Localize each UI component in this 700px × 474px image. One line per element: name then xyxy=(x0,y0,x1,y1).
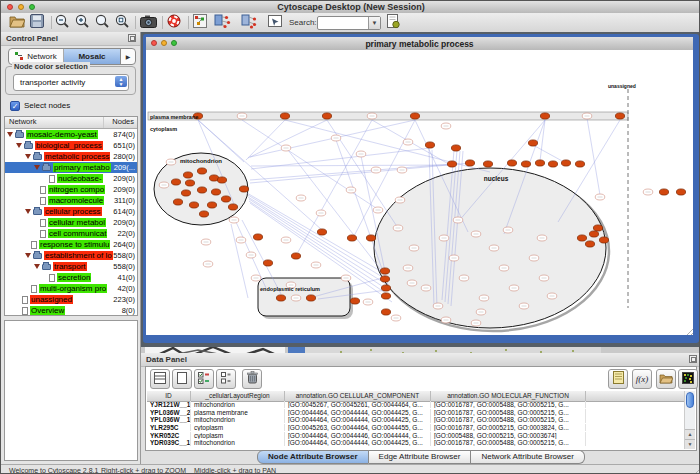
attribute-editor-button[interactable] xyxy=(608,369,628,389)
table-row[interactable]: YKR052Ccytoplasm[GO:0044464, GO:0044446,… xyxy=(147,431,684,439)
network-node-highlighted[interactable] xyxy=(465,160,474,166)
import-attributes-button[interactable] xyxy=(656,369,676,389)
node-color-dropdown[interactable]: transporter activity ▲▼ xyxy=(13,74,129,91)
network-node-highlighted[interactable] xyxy=(561,160,570,166)
plugin-manager-button[interactable] xyxy=(387,15,400,31)
zoom-fit-button[interactable] xyxy=(115,15,130,31)
network-node-highlighted[interactable] xyxy=(306,295,315,301)
help-button[interactable] xyxy=(167,15,181,31)
network-node-highlighted[interactable] xyxy=(366,235,375,241)
search-input[interactable] xyxy=(319,17,367,27)
network-node-highlighted[interactable] xyxy=(483,161,492,167)
network-node-highlighted[interactable] xyxy=(425,142,434,148)
network-tree-item[interactable]: secretion41(0) xyxy=(5,272,137,283)
network-node-highlighted[interactable] xyxy=(263,260,272,266)
network-tree-item[interactable]: nitrogen compo209(0) xyxy=(5,184,137,195)
network-node-highlighted[interactable] xyxy=(185,180,194,186)
network-node-highlighted[interactable] xyxy=(211,189,220,195)
network-node-highlighted[interactable] xyxy=(593,225,602,231)
tab-edge-attribute-browser[interactable]: Edge Attribute Browser xyxy=(369,450,472,464)
select-attributes-button[interactable] xyxy=(150,369,170,389)
network-node-highlighted[interactable] xyxy=(380,268,389,274)
network-node-highlighted[interactable] xyxy=(589,231,598,237)
network-node-highlighted[interactable] xyxy=(599,237,608,243)
vertical-scrollbar[interactable]: ▲ ▼ xyxy=(684,391,695,449)
scrollbar-thumb[interactable] xyxy=(686,392,694,408)
network-node-highlighted[interactable] xyxy=(535,160,544,166)
network-node-highlighted[interactable] xyxy=(239,186,248,192)
network-node-highlighted[interactable] xyxy=(217,177,226,183)
column-header[interactable]: annotation.GO CELLULAR_COMPONENT xyxy=(285,391,431,401)
annotation-button[interactable] xyxy=(268,15,283,31)
matrix-view-button[interactable] xyxy=(678,369,698,389)
expander-triangle-icon[interactable] xyxy=(25,253,31,258)
network-node-highlighted[interactable] xyxy=(676,189,685,195)
network-node-highlighted[interactable] xyxy=(381,309,390,315)
column-header[interactable]: ID xyxy=(147,391,191,401)
table-row[interactable]: YDR039C__1mitochondrion[GO:0044464, GO:0… xyxy=(147,439,684,447)
snapshot-button[interactable] xyxy=(140,15,157,31)
network-node-highlighted[interactable] xyxy=(577,235,586,241)
expander-triangle-icon[interactable] xyxy=(7,132,13,137)
network-node-highlighted[interactable] xyxy=(507,160,516,166)
tree-header-nodes[interactable]: Nodes xyxy=(104,117,137,128)
network-node-highlighted[interactable] xyxy=(350,298,359,304)
network-tree-item[interactable]: multi-organism pro42(0) xyxy=(5,283,137,294)
chevron-down-icon[interactable]: ▼ xyxy=(368,17,380,29)
birds-eye-view-panel[interactable] xyxy=(4,320,138,461)
network-window-titlebar[interactable]: primary metabolic process xyxy=(146,37,693,51)
network-node-highlighted[interactable] xyxy=(173,199,182,205)
expander-triangle-icon[interactable] xyxy=(34,165,40,170)
network-node-highlighted[interactable] xyxy=(197,187,206,193)
network-tree-item[interactable]: cellular process614(0) xyxy=(5,206,137,217)
network-node-highlighted[interactable] xyxy=(291,253,300,259)
select-nodes-option[interactable]: ✓ Select nodes xyxy=(10,100,70,111)
network-node-highlighted[interactable] xyxy=(228,204,237,210)
function-builder-button[interactable]: f(x) xyxy=(632,369,652,389)
scroll-up-arrow-icon[interactable]: ▲ xyxy=(685,429,695,439)
delete-attribute-button[interactable] xyxy=(242,369,262,389)
attribute-checklist-button[interactable] xyxy=(194,369,214,389)
network-tree-item[interactable]: metabolic process280(0) xyxy=(5,151,137,162)
network-node-highlighted[interactable] xyxy=(171,179,180,185)
network-canvas[interactable]: plasma membrane cytoplasm mitochondrion … xyxy=(146,50,693,335)
network-tree-item[interactable]: cell communicat22(0) xyxy=(5,228,137,239)
column-header[interactable]: annotation.GO MOLECULAR_FUNCTION xyxy=(431,391,586,401)
network-tree-item[interactable]: macromolecule311(0) xyxy=(5,195,137,206)
network-node-highlighted[interactable] xyxy=(410,113,419,119)
zoom-selected-button[interactable] xyxy=(95,15,110,31)
tab-overflow-arrow-icon[interactable]: ▶ xyxy=(121,49,135,64)
network-node-highlighted[interactable] xyxy=(189,202,198,208)
network-tree-item[interactable]: unassigned223(0) xyxy=(5,294,137,305)
float-panel-icon[interactable] xyxy=(128,34,136,42)
network-node-highlighted[interactable] xyxy=(381,285,390,291)
network-node-highlighted[interactable] xyxy=(207,202,216,208)
network-node-highlighted[interactable] xyxy=(451,145,460,151)
expander-triangle-icon[interactable] xyxy=(25,209,31,214)
network-node-highlighted[interactable] xyxy=(548,161,557,167)
network-node-highlighted[interactable] xyxy=(199,211,208,217)
table-row[interactable]: YJR121W__1mitochondrion[GO:0045267, GO:0… xyxy=(147,401,684,409)
network-node-highlighted[interactable] xyxy=(381,293,390,299)
network-node-highlighted[interactable] xyxy=(181,190,190,196)
zoom-out-button[interactable] xyxy=(55,15,70,31)
network-tree-item[interactable]: response to stimulu264(0) xyxy=(5,239,137,250)
network-node-highlighted[interactable] xyxy=(221,196,230,202)
network-tree-item[interactable]: establishment of lo558(0) xyxy=(5,250,137,261)
window-resize-grip[interactable] xyxy=(691,466,700,474)
zoom-in-button[interactable] xyxy=(75,15,90,31)
vizmapper-button[interactable] xyxy=(193,15,207,31)
unselect-attributes-button[interactable] xyxy=(216,369,236,389)
network-node-highlighted[interactable] xyxy=(521,161,530,167)
network-node-highlighted[interactable] xyxy=(253,234,262,240)
open-file-button[interactable] xyxy=(9,15,25,31)
table-row[interactable]: YPL036W__1mitochondrion[GO:0044464, GO:0… xyxy=(147,416,684,424)
tab-node-attribute-browser[interactable]: Node Attribute Browser xyxy=(257,450,369,464)
new-attribute-button[interactable] xyxy=(172,369,192,389)
network-node-highlighted[interactable] xyxy=(197,168,206,174)
layout-button-1[interactable] xyxy=(214,15,231,31)
select-nodes-checkbox[interactable]: ✓ xyxy=(10,101,20,111)
network-node-highlighted[interactable] xyxy=(280,113,289,119)
network-node-highlighted[interactable] xyxy=(347,235,356,241)
network-node-highlighted[interactable] xyxy=(528,140,537,146)
